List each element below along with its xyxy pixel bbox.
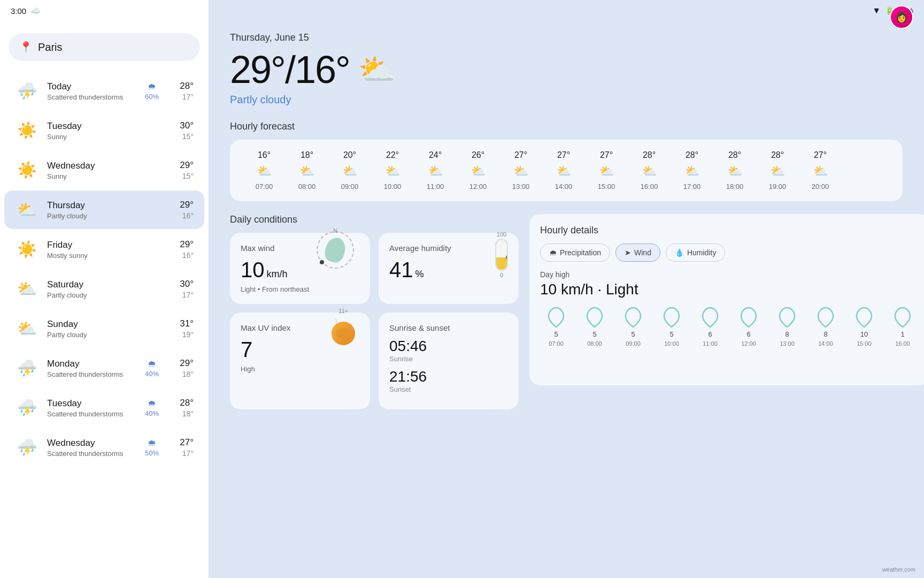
status-left: 3:00 ☁️ [11, 6, 41, 16]
hum-min-label: 0 [500, 272, 503, 278]
compass-n-label: N [333, 228, 337, 234]
forecast-day-0[interactable]: ⛈️ Today Scattered thunderstorms 🌧 60% 2… [4, 72, 204, 110]
hum-max-label: 100 [497, 231, 506, 238]
svg-point-1 [336, 328, 351, 339]
forecast-day-7[interactable]: ⛈️ Monday Scattered thunderstorms 🌧 40% … [4, 349, 204, 387]
uv-gauge-svg [327, 315, 359, 347]
wind-value: 10 km/h [241, 258, 317, 282]
hum-bar-fill [496, 257, 507, 270]
location-bar[interactable]: 📍 Paris [9, 33, 200, 61]
temp-main: 29°/16° [230, 48, 350, 92]
hourly-item-2: 20° ⛅ 09:00 [328, 150, 371, 191]
hourly-item-3: 22° ⛅ 10:00 [371, 150, 414, 191]
hourly-item-7: 27° ⛅ 14:00 [542, 150, 585, 191]
daily-conditions-section: Daily conditions Max wind N 10 km/h [230, 214, 519, 409]
day-info-1: Tuesday Sunny [47, 121, 164, 141]
day-info-7: Monday Scattered thunderstorms [47, 359, 132, 378]
date-label: Thursday, June 15 [230, 32, 903, 43]
day-info-2: Wednesday Sunny [47, 161, 164, 180]
day-temps-5: 30° 17° [172, 279, 194, 299]
temp-display: 29°/16° ⛅ [230, 48, 903, 92]
day-temps-1: 30° 15° [172, 120, 194, 141]
day-icon-7: ⛈️ [15, 356, 38, 380]
wind-col-6: 8 13:00 [771, 307, 803, 347]
forecast-list: ⛈️ Today Scattered thunderstorms 🌧 60% 2… [0, 72, 209, 467]
location-name: Paris [38, 41, 63, 54]
hourly-item-1: 18° ⛅ 08:00 [286, 150, 328, 191]
uv-value: 7 [241, 338, 327, 362]
daily-conditions-grid: Max wind N 10 km/h Light • From northeas… [230, 233, 519, 409]
day-info-5: Saturday Partly cloudy [47, 279, 164, 299]
day-icon-2: ☀️ [15, 158, 38, 182]
precip-tab-label: Precipitation [560, 248, 601, 257]
day-icon-8: ⛈️ [15, 396, 38, 420]
hum-dot [506, 255, 508, 260]
forecast-day-4[interactable]: ☀️ Friday Mostly sunny 29° 16° [4, 230, 204, 269]
wind-visual: N [317, 231, 359, 274]
weather-status-icon: ☁️ [30, 6, 41, 16]
sun-card: Sunrise & sunset 05:46 Sunrise 21:56 Sun… [379, 313, 519, 409]
forecast-day-1[interactable]: ☀️ Tuesday Sunny 30° 15° [4, 111, 204, 150]
day-temps-4: 29° 16° [172, 239, 194, 260]
day-info-0: Today Scattered thunderstorms [47, 81, 132, 101]
wifi-icon: ▼ [872, 6, 881, 16]
hourly-item-11: 28° ⛅ 18:00 [713, 150, 756, 191]
tab-precipitation[interactable]: 🌧 Precipitation [540, 244, 610, 262]
day-info-6: Sunday Partly cloudy [47, 319, 164, 339]
sunrise-time: 05:46 [389, 338, 508, 355]
attribution: weather.com [882, 566, 915, 573]
wind-col-2: 5 09:00 [617, 307, 649, 347]
humidity-tab-icon: 💧 [675, 248, 684, 257]
sunrise-label: Sunrise [389, 355, 508, 363]
tab-wind[interactable]: ➤ Wind [615, 244, 660, 262]
hourly-item-9: 28° ⛅ 16:00 [628, 150, 671, 191]
forecast-day-2[interactable]: ☀️ Wednesday Sunny 29° 15° [4, 151, 204, 189]
sunset-time: 21:56 [389, 368, 508, 385]
hourly-item-0: 16° ⛅ 07:00 [243, 150, 286, 191]
day-info-3: Thursday Partly cloudy [47, 200, 164, 220]
hourly-details-title: Hourly details [540, 225, 919, 236]
day-info-4: Friday Mostly sunny [47, 240, 164, 260]
user-avatar[interactable]: 👩 [890, 5, 913, 29]
hourly-item-12: 28° ⛅ 19:00 [756, 150, 799, 191]
day-precip-0: 🌧 60% [140, 82, 164, 101]
tab-humidity[interactable]: 💧 Humidity [666, 244, 725, 262]
wind-card: Max wind N 10 km/h Light • From northeas… [230, 233, 370, 304]
wind-col-3: 5 10:00 [656, 307, 688, 347]
hourly-card: 16° ⛅ 07:00 18° ⛅ 08:00 20° ⛅ 09:00 22° … [230, 140, 903, 201]
hourly-item-13: 27° ⛅ 20:00 [799, 150, 842, 191]
wind-desc: Light • From northeast [241, 285, 359, 293]
hourly-item-5: 26° ⛅ 12:00 [457, 150, 499, 191]
hourly-item-8: 27° ⛅ 15:00 [585, 150, 628, 191]
wind-tab-icon: ➤ [625, 248, 631, 257]
compass-circle: N [317, 231, 354, 269]
day-temps-9: 27° 17° [172, 437, 194, 458]
hourly-row: 16° ⛅ 07:00 18° ⛅ 08:00 20° ⛅ 09:00 22° … [243, 150, 890, 191]
humidity-title: Average humidity [389, 244, 508, 253]
forecast-day-9[interactable]: ⛈️ Wednesday Scattered thunderstorms 🌧 5… [4, 428, 204, 467]
day-high-value: 10 km/h · Light [540, 281, 919, 298]
day-info-9: Wednesday Scattered thunderstorms [47, 438, 132, 458]
svg-line-2 [336, 318, 337, 324]
details-tabs: 🌧 Precipitation ➤ Wind 💧 Humidity [540, 244, 919, 262]
uv-visual: 11+ [327, 308, 359, 349]
day-precip-9: 🌧 50% [140, 438, 164, 457]
location-pin-icon: 📍 [19, 41, 33, 54]
status-bar: 3:00 ☁️ ▼ 🔋 73% [0, 0, 924, 21]
forecast-day-5[interactable]: ⛅ Saturday Partly cloudy 30° 17° [4, 270, 204, 308]
day-precip-7: 🌧 40% [140, 359, 164, 378]
wind-col-9: 1 16:00 [887, 307, 919, 347]
forecast-day-8[interactable]: ⛈️ Tuesday Scattered thunderstorms 🌧 40%… [4, 389, 204, 427]
sun-title: Sunrise & sunset [389, 323, 508, 332]
humidity-tab-label: Humidity [687, 248, 716, 257]
uv-max-label: 11+ [327, 308, 359, 314]
wind-col-5: 6 12:00 [733, 307, 765, 347]
wind-col-0: 5 07:00 [540, 307, 572, 347]
forecast-day-3[interactable]: ⛅ Thursday Partly cloudy 29° 16° [4, 191, 204, 229]
precip-tab-icon: 🌧 [549, 248, 557, 257]
day-icon-9: ⛈️ [15, 436, 38, 459]
uv-level: High [241, 365, 359, 373]
daily-conditions-title: Daily conditions [230, 214, 519, 225]
forecast-day-6[interactable]: ⛅ Sunday Partly cloudy 31° 19° [4, 309, 204, 348]
day-temps-0: 28° 17° [172, 81, 194, 101]
